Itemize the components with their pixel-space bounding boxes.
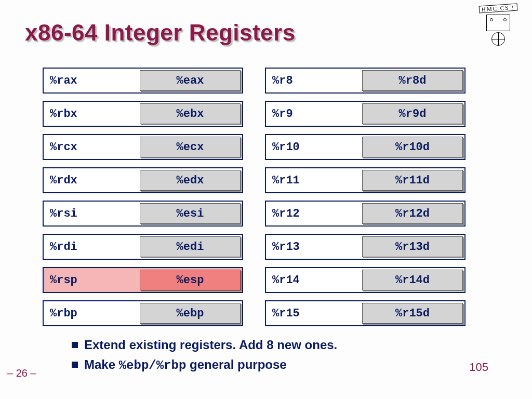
register-32bit: %r10d bbox=[362, 137, 463, 157]
register-box: %rbx%ebx bbox=[43, 101, 243, 127]
register-box: %rsp%esp bbox=[43, 267, 243, 293]
register-32bit: %ecx bbox=[140, 137, 241, 157]
logo-robot-icon bbox=[486, 15, 510, 31]
register-box: %r8%r8d bbox=[265, 68, 466, 94]
slide-title: x86-64 Integer Registers bbox=[25, 20, 296, 46]
bullet-text: Make bbox=[84, 357, 119, 371]
bullet-text: general purpose bbox=[186, 357, 286, 371]
register-32bit: %r13d bbox=[362, 236, 463, 257]
register-box: %r11%r11d bbox=[265, 167, 466, 193]
bullet-item: Extend existing registers. Add 8 new one… bbox=[72, 338, 337, 352]
code-text: / bbox=[149, 358, 156, 373]
register-box: %rbp%ebp bbox=[43, 300, 243, 326]
register-box: %r15%r15d bbox=[265, 300, 466, 326]
register-32bit: %eax bbox=[140, 70, 241, 91]
register-32bit: %r9d bbox=[362, 103, 463, 124]
logo-wheel-icon bbox=[491, 32, 505, 46]
register-32bit: %edx bbox=[140, 170, 241, 191]
register-box: %rax%eax bbox=[43, 68, 243, 94]
register-32bit: %r15d bbox=[362, 303, 463, 324]
code-text: %rbp bbox=[156, 358, 187, 373]
logo-text: HMC CS ! bbox=[479, 3, 517, 13]
register-column-left: %rax%eax%rbx%ebx%rcx%ecx%rdx%edx%rsi%esi… bbox=[43, 68, 243, 326]
register-32bit: %r14d bbox=[362, 270, 463, 290]
register-box: %rdi%edi bbox=[43, 234, 243, 260]
register-32bit: %esp bbox=[140, 270, 241, 290]
page-number-left: – 26 – bbox=[7, 367, 36, 379]
register-box: %r12%r12d bbox=[265, 201, 466, 227]
register-columns: %rax%eax%rbx%ebx%rcx%ecx%rdx%edx%rsi%esi… bbox=[43, 68, 466, 326]
register-box: %rcx%ecx bbox=[43, 134, 243, 160]
register-32bit: %edi bbox=[140, 236, 241, 257]
register-box: %r9%r9d bbox=[265, 101, 466, 127]
logo: HMC CS ! bbox=[475, 3, 522, 46]
register-column-right: %r8%r8d%r9%r9d%r10%r10d%r11%r11d%r12%r12… bbox=[265, 68, 466, 326]
register-32bit: %ebp bbox=[140, 303, 241, 324]
register-box: %rdx%edx bbox=[43, 167, 243, 193]
bullet-item: Make %ebp/%rbp general purpose bbox=[72, 357, 337, 373]
code-text: %ebp bbox=[119, 358, 149, 373]
page-number-right: 105 bbox=[469, 361, 488, 374]
register-box: %r10%r10d bbox=[265, 134, 466, 160]
register-32bit: %r12d bbox=[362, 203, 463, 224]
register-box: %r14%r14d bbox=[265, 267, 466, 293]
register-box: %rsi%esi bbox=[43, 201, 243, 227]
register-32bit: %esi bbox=[140, 203, 241, 224]
register-box: %r13%r13d bbox=[265, 234, 466, 260]
register-32bit: %ebx bbox=[140, 103, 241, 124]
register-32bit: %r11d bbox=[362, 170, 463, 191]
register-32bit: %r8d bbox=[362, 70, 463, 91]
bullet-list: Extend existing registers. Add 8 new one… bbox=[72, 338, 337, 378]
